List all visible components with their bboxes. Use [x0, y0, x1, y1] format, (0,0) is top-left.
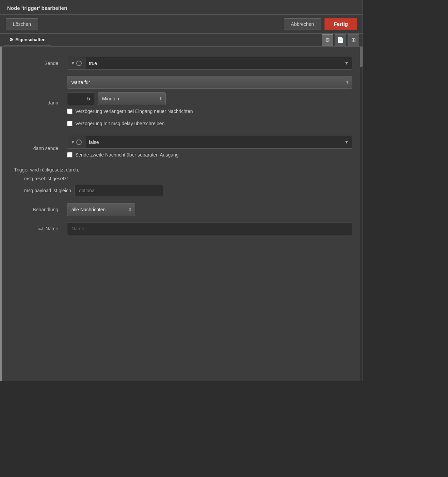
dann-select[interactable]: warte für sende nach: [67, 76, 352, 89]
settings-tab-icon[interactable]: ⚙: [322, 34, 333, 46]
reset-item2: msg.payload ist gleich: [24, 185, 352, 196]
checkbox3-label[interactable]: Sende zweite Nachricht über separaten Au…: [75, 152, 179, 158]
tag-icon: 🏷: [37, 226, 43, 232]
dann-sende-dropdown[interactable]: ▼ false ▼: [67, 136, 352, 149]
name-label-wrapper: 🏷 Name: [14, 226, 62, 232]
checkbox1-label[interactable]: Verzögerung verlängern bei Eingang neuer…: [75, 109, 193, 114]
reset-item2-prefix: msg.payload ist gleich: [24, 188, 71, 193]
behandlung-select[interactable]: alle Nachrichten erste Nachricht letzte …: [67, 203, 135, 216]
main-window: Node 'trigger' bearbeiten Löschen Abbrec…: [0, 0, 363, 381]
dann-sende-label: dann sende: [14, 146, 62, 151]
delete-button[interactable]: Löschen: [6, 18, 38, 30]
tab-bar: ⚙ Eigenschaften ⚙ 📄 ⊞: [0, 34, 363, 47]
reset-list: msg.reset ist gesetzt msg.payload ist gl…: [14, 176, 352, 196]
dann-label: dann: [14, 100, 62, 105]
reset-title: Trigger wird rückgesetzt durch:: [14, 167, 352, 172]
gear-icon: ⚙: [9, 37, 13, 42]
unit-select-wrapper: Millisekunden Sekunden Minuten Stunden: [98, 92, 166, 105]
checkbox1-row: Verzögerung verlängern bei Eingang neuer…: [67, 109, 352, 114]
checkbox2-row: Verzögerung mit msg.delay überschreiben: [67, 121, 352, 126]
reset-item1-text: msg.reset ist gesetzt: [24, 176, 68, 181]
unit-select[interactable]: Millisekunden Sekunden Minuten Stunden: [98, 92, 166, 105]
main-content: Sende ▼ true ▼ dann: [0, 47, 363, 381]
checkbox3-row: Sende zweite Nachricht über separaten Au…: [67, 152, 352, 158]
circle-type-icon2: [76, 139, 82, 145]
number-input[interactable]: [67, 92, 94, 105]
scroll-thumb[interactable]: [360, 47, 363, 67]
sende-value: true: [85, 61, 341, 66]
dropdown-arrow-icon2: ▼: [71, 140, 75, 145]
tab-properties[interactable]: ⚙ Eigenschaften: [4, 34, 51, 46]
optional-input[interactable]: [75, 185, 163, 196]
checkbox2[interactable]: [67, 121, 73, 126]
sende-dropdown[interactable]: ▼ true ▼: [67, 57, 352, 70]
circle-type-icon: [76, 61, 82, 66]
window-title: Node 'trigger' bearbeiten: [7, 5, 356, 11]
title-bar: Node 'trigger' bearbeiten: [0, 0, 363, 15]
checkbox2-label[interactable]: Verzögerung mit msg.delay überschreiben: [75, 121, 164, 126]
tab-properties-label: Eigenschaften: [15, 37, 46, 42]
layout-tab-icon[interactable]: ⊞: [348, 34, 359, 46]
form-section: Sende ▼ true ▼ dann: [11, 57, 352, 235]
dann-row: dann warte für sende nach Milliseku: [14, 76, 352, 130]
number-unit-row: Millisekunden Sekunden Minuten Stunden: [67, 92, 352, 105]
dann-sende-dropdown-arrow[interactable]: ▼: [341, 140, 352, 145]
behandlung-label: Behandlung: [14, 207, 62, 212]
tab-icons: ⚙ 📄 ⊞: [322, 34, 359, 46]
reset-item1: msg.reset ist gesetzt: [24, 176, 352, 181]
sende-type-selector[interactable]: ▼: [67, 57, 85, 69]
done-button[interactable]: Fertig: [324, 18, 357, 30]
dropdown-arrow-icon: ▼: [71, 61, 75, 66]
sende-controls: ▼ true ▼: [67, 57, 352, 70]
dann-sende-type-selector[interactable]: ▼: [67, 136, 85, 148]
checkbox3[interactable]: [67, 152, 73, 158]
reset-section: Trigger wird rückgesetzt durch: msg.rese…: [14, 167, 352, 196]
behandlung-controls: alle Nachrichten erste Nachricht letzte …: [67, 203, 352, 216]
name-row: 🏷 Name: [14, 222, 352, 235]
dann-sende-value: false: [85, 139, 341, 145]
action-bar: Löschen Abbrechen Fertig: [0, 15, 363, 34]
sende-row: Sende ▼ true ▼: [14, 57, 352, 70]
sende-label: Sende: [14, 61, 62, 66]
description-tab-icon[interactable]: 📄: [335, 34, 346, 46]
name-label-text: Name: [46, 226, 58, 231]
behandlung-select-wrapper: alle Nachrichten erste Nachricht letzte …: [67, 203, 135, 216]
dann-select-wrapper: warte für sende nach: [67, 76, 352, 89]
left-accent-bar: [0, 47, 2, 381]
name-input[interactable]: [67, 222, 352, 235]
dann-controls: warte für sende nach Millisekunden Sekun…: [67, 76, 352, 130]
behandlung-row: Behandlung alle Nachrichten erste Nachri…: [14, 203, 352, 216]
sende-dropdown-arrow[interactable]: ▼: [341, 61, 352, 66]
dann-sende-row: dann sende ▼ false ▼ Sende zweite Nachri…: [14, 136, 352, 161]
scrollbar[interactable]: [360, 47, 363, 381]
cancel-button[interactable]: Abbrechen: [284, 18, 321, 30]
dann-sende-controls: ▼ false ▼ Sende zweite Nachricht über se…: [67, 136, 352, 161]
checkbox1[interactable]: [67, 109, 73, 114]
